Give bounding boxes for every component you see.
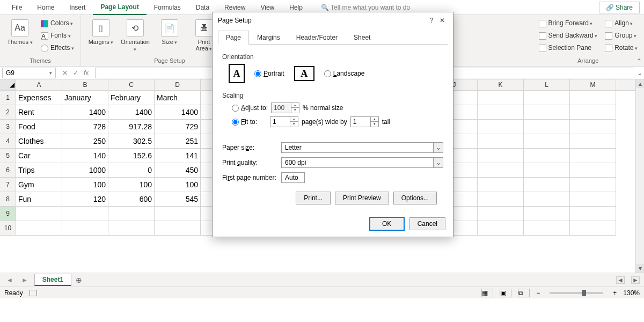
cell[interactable]: Fun [16,192,62,207]
cell[interactable] [524,163,570,178]
row-header[interactable]: 3 [0,120,16,134]
cell[interactable] [16,207,62,221]
align-button[interactable]: Align [603,18,640,28]
dialog-close-button[interactable]: ✕ [437,17,448,24]
cell[interactable] [570,221,616,236]
column-header[interactable]: B [62,79,108,90]
cell[interactable]: 1400 [62,105,108,120]
cell[interactable]: 251 [155,134,201,149]
chevron-down-icon[interactable]: ▾ [49,70,52,76]
adjust-to-input[interactable] [272,103,291,113]
cell[interactable] [524,207,570,221]
cell[interactable]: 302.5 [108,134,155,149]
cell[interactable] [108,221,155,236]
cell[interactable]: Expenses [16,91,62,105]
adjust-to-radio[interactable]: Adjust to: [232,104,268,112]
add-sheet-button[interactable]: ⊕ [76,276,82,284]
chevron-down-icon[interactable]: ⌄ [433,158,443,167]
cell[interactable]: Car [16,149,62,163]
cell[interactable]: 917.28 [108,120,155,134]
spin-up-button[interactable]: ▴ [290,117,298,122]
tab-formulas[interactable]: Formulas [147,1,188,14]
fit-width-input[interactable] [270,117,290,127]
cell[interactable] [478,178,524,192]
cell[interactable] [62,207,108,221]
cell[interactable]: 450 [155,163,201,178]
cell[interactable] [570,105,616,120]
cell[interactable] [16,221,62,236]
cell[interactable] [478,91,524,105]
row-header[interactable]: 4 [0,134,16,149]
scroll-down-button[interactable]: ▾ [636,264,644,273]
cell[interactable] [570,163,616,178]
ok-button[interactable]: OK [370,217,404,230]
adjust-to-radio-input[interactable] [232,105,239,112]
cell[interactable]: 100 [155,178,201,192]
view-normal-button[interactable]: ▦ [481,289,493,297]
cell[interactable]: 1400 [155,105,201,120]
cell[interactable] [478,207,524,221]
view-page-layout-button[interactable]: ▣ [500,289,511,297]
cell[interactable] [62,221,108,236]
zoom-thumb[interactable] [582,290,586,296]
row-header[interactable]: 5 [0,149,16,163]
row-header[interactable]: 7 [0,178,16,192]
size-button[interactable]: 📄Size [154,17,185,46]
sheet-nav-prev[interactable]: ◄ [4,276,15,284]
fit-height-spinner[interactable]: ▴▾ [350,116,379,127]
send-backward-button[interactable]: Send Backward [537,31,600,41]
zoom-level[interactable]: 130% [623,289,640,297]
collapse-ribbon-button[interactable]: ⌃ [636,57,642,65]
dialog-tab-sheet[interactable]: Sheet [346,31,378,44]
cell[interactable] [570,178,616,192]
cell[interactable]: 729 [155,120,201,134]
landscape-radio-input[interactable] [324,70,331,77]
row-header[interactable]: 1 [0,91,16,105]
cell[interactable] [478,120,524,134]
fit-to-radio-input[interactable] [232,119,239,126]
spin-down-button[interactable]: ▾ [371,122,378,127]
tab-file[interactable]: File [4,1,30,14]
fonts-button[interactable]: AFonts [39,31,76,41]
cell[interactable] [155,207,201,221]
cell[interactable]: 250 [62,134,108,149]
themes-button[interactable]: AaThemes [4,17,35,46]
paper-size-combo[interactable]: Letter⌄ [281,142,443,153]
cell[interactable] [478,149,524,163]
margins-button[interactable]: ▯Margins [85,17,116,46]
cell[interactable] [570,192,616,207]
cell[interactable] [524,134,570,149]
cell[interactable] [478,163,524,178]
rotate-button[interactable]: Rotate [603,43,640,53]
name-box[interactable]: G9▾ [2,68,56,78]
scroll-left-button[interactable]: ◄ [616,276,625,284]
cell[interactable] [524,91,570,105]
cell[interactable]: Trips [16,163,62,178]
print-preview-button[interactable]: Print Preview [335,192,389,204]
fit-height-input[interactable] [351,117,370,127]
cell[interactable] [478,134,524,149]
cell[interactable] [524,178,570,192]
adjust-to-spinner[interactable]: ▴▾ [271,103,299,113]
cell[interactable]: 1400 [108,105,155,120]
sheet-nav-next[interactable]: ► [19,276,30,284]
chevron-down-icon[interactable]: ⌄ [433,143,443,152]
cell[interactable]: 100 [108,178,155,192]
cancel-formula-icon[interactable]: ✕ [62,69,68,77]
column-header[interactable]: K [478,79,524,90]
dialog-tab-header-footer[interactable]: Header/Footer [288,31,346,44]
dialog-titlebar[interactable]: Page Setup ? ✕ [213,12,453,28]
cell[interactable]: 120 [62,192,108,207]
cell[interactable]: 152.6 [108,149,155,163]
row-header[interactable]: 9 [0,207,16,221]
fit-to-radio[interactable]: Fit to: [232,118,257,126]
column-header[interactable]: A [16,79,62,90]
cell[interactable] [570,207,616,221]
dialog-tab-margins[interactable]: Margins [249,31,288,44]
orientation-button[interactable]: ⟲Orientation [120,17,151,53]
column-header[interactable]: C [108,79,155,90]
cell[interactable] [478,105,524,120]
tab-page-layout[interactable]: Page Layout [93,0,146,15]
cell[interactable] [524,192,570,207]
view-page-break-button[interactable]: ⧉ [518,289,530,297]
